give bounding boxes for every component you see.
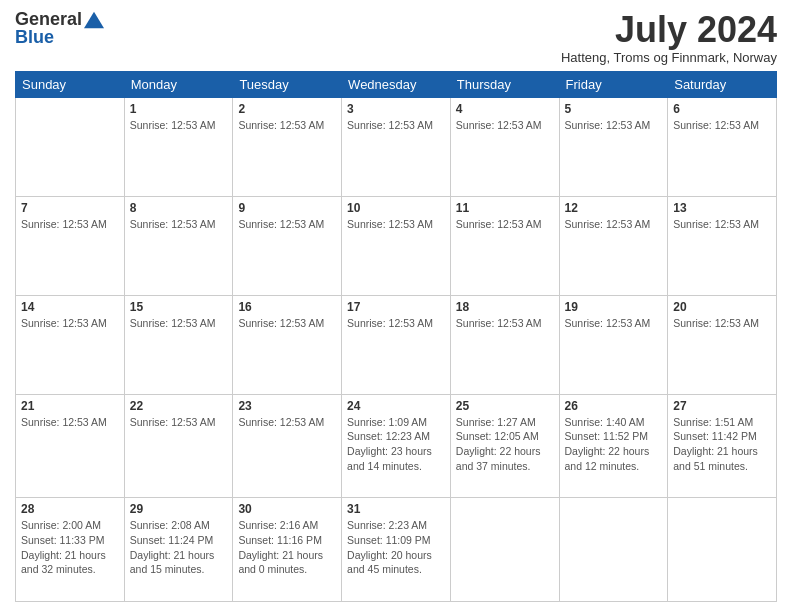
day-number: 30 [238, 502, 336, 516]
table-row: 26Sunrise: 1:40 AM Sunset: 11:52 PM Dayl… [559, 394, 668, 498]
day-number: 23 [238, 399, 336, 413]
day-number: 28 [21, 502, 119, 516]
day-info: Sunrise: 1:09 AM Sunset: 12:23 AM Daylig… [347, 415, 445, 474]
day-info: Sunrise: 12:53 AM [130, 415, 228, 430]
table-row [450, 498, 559, 602]
table-row: 20Sunrise: 12:53 AM [668, 295, 777, 394]
day-info: Sunrise: 12:53 AM [347, 118, 445, 133]
table-row: 24Sunrise: 1:09 AM Sunset: 12:23 AM Dayl… [342, 394, 451, 498]
table-row: 1Sunrise: 12:53 AM [124, 97, 233, 196]
table-row: 29Sunrise: 2:08 AM Sunset: 11:24 PM Dayl… [124, 498, 233, 602]
header-wednesday: Wednesday [342, 71, 451, 97]
title-block: July 2024 Hatteng, Troms og Finnmark, No… [561, 10, 777, 65]
day-number: 24 [347, 399, 445, 413]
day-number: 14 [21, 300, 119, 314]
header-friday: Friday [559, 71, 668, 97]
day-info: Sunrise: 12:53 AM [238, 217, 336, 232]
day-info: Sunrise: 12:53 AM [565, 316, 663, 331]
header-sunday: Sunday [16, 71, 125, 97]
day-info: Sunrise: 12:53 AM [238, 118, 336, 133]
day-number: 22 [130, 399, 228, 413]
table-row: 14Sunrise: 12:53 AM [16, 295, 125, 394]
table-row: 3Sunrise: 12:53 AM [342, 97, 451, 196]
day-info: Sunrise: 2:16 AM Sunset: 11:16 PM Daylig… [238, 518, 336, 577]
header-saturday: Saturday [668, 71, 777, 97]
page: General Blue July 2024 Hatteng, Troms og… [0, 0, 792, 612]
table-row: 22Sunrise: 12:53 AM [124, 394, 233, 498]
calendar-header-row: Sunday Monday Tuesday Wednesday Thursday… [16, 71, 777, 97]
logo-icon [84, 10, 104, 30]
day-info: Sunrise: 2:00 AM Sunset: 11:33 PM Daylig… [21, 518, 119, 577]
table-row: 4Sunrise: 12:53 AM [450, 97, 559, 196]
table-row [668, 498, 777, 602]
table-row: 21Sunrise: 12:53 AM [16, 394, 125, 498]
day-info: Sunrise: 12:53 AM [456, 316, 554, 331]
calendar-table: Sunday Monday Tuesday Wednesday Thursday… [15, 71, 777, 602]
day-info: Sunrise: 12:53 AM [347, 217, 445, 232]
table-row: 16Sunrise: 12:53 AM [233, 295, 342, 394]
day-info: Sunrise: 12:53 AM [565, 118, 663, 133]
day-number: 12 [565, 201, 663, 215]
location: Hatteng, Troms og Finnmark, Norway [561, 50, 777, 65]
day-number: 29 [130, 502, 228, 516]
day-number: 16 [238, 300, 336, 314]
day-number: 7 [21, 201, 119, 215]
day-number: 6 [673, 102, 771, 116]
day-info: Sunrise: 12:53 AM [238, 415, 336, 430]
day-info: Sunrise: 12:53 AM [347, 316, 445, 331]
day-info: Sunrise: 12:53 AM [673, 217, 771, 232]
table-row: 8Sunrise: 12:53 AM [124, 196, 233, 295]
day-info: Sunrise: 12:53 AM [130, 316, 228, 331]
day-info: Sunrise: 2:08 AM Sunset: 11:24 PM Daylig… [130, 518, 228, 577]
day-number: 27 [673, 399, 771, 413]
day-number: 26 [565, 399, 663, 413]
day-number: 19 [565, 300, 663, 314]
header-thursday: Thursday [450, 71, 559, 97]
table-row: 11Sunrise: 12:53 AM [450, 196, 559, 295]
day-info: Sunrise: 1:40 AM Sunset: 11:52 PM Daylig… [565, 415, 663, 474]
day-number: 13 [673, 201, 771, 215]
day-number: 1 [130, 102, 228, 116]
table-row: 2Sunrise: 12:53 AM [233, 97, 342, 196]
table-row: 6Sunrise: 12:53 AM [668, 97, 777, 196]
table-row: 17Sunrise: 12:53 AM [342, 295, 451, 394]
day-info: Sunrise: 12:53 AM [21, 415, 119, 430]
table-row: 18Sunrise: 12:53 AM [450, 295, 559, 394]
day-info: Sunrise: 1:27 AM Sunset: 12:05 AM Daylig… [456, 415, 554, 474]
calendar-week-row: 1Sunrise: 12:53 AM2Sunrise: 12:53 AM3Sun… [16, 97, 777, 196]
day-info: Sunrise: 12:53 AM [565, 217, 663, 232]
table-row: 9Sunrise: 12:53 AM [233, 196, 342, 295]
day-number: 9 [238, 201, 336, 215]
table-row: 25Sunrise: 1:27 AM Sunset: 12:05 AM Dayl… [450, 394, 559, 498]
calendar-week-row: 21Sunrise: 12:53 AM22Sunrise: 12:53 AM23… [16, 394, 777, 498]
day-info: Sunrise: 12:53 AM [456, 118, 554, 133]
header-tuesday: Tuesday [233, 71, 342, 97]
day-info: Sunrise: 1:51 AM Sunset: 11:42 PM Daylig… [673, 415, 771, 474]
day-info: Sunrise: 12:53 AM [673, 118, 771, 133]
day-info: Sunrise: 2:23 AM Sunset: 11:09 PM Daylig… [347, 518, 445, 577]
day-number: 20 [673, 300, 771, 314]
table-row: 23Sunrise: 12:53 AM [233, 394, 342, 498]
day-number: 17 [347, 300, 445, 314]
table-row: 19Sunrise: 12:53 AM [559, 295, 668, 394]
calendar-week-row: 7Sunrise: 12:53 AM8Sunrise: 12:53 AM9Sun… [16, 196, 777, 295]
table-row: 13Sunrise: 12:53 AM [668, 196, 777, 295]
logo: General Blue [15, 10, 104, 48]
day-info: Sunrise: 12:53 AM [673, 316, 771, 331]
day-number: 5 [565, 102, 663, 116]
table-row: 5Sunrise: 12:53 AM [559, 97, 668, 196]
table-row: 7Sunrise: 12:53 AM [16, 196, 125, 295]
table-row: 30Sunrise: 2:16 AM Sunset: 11:16 PM Dayl… [233, 498, 342, 602]
day-number: 4 [456, 102, 554, 116]
day-info: Sunrise: 12:53 AM [130, 118, 228, 133]
header-monday: Monday [124, 71, 233, 97]
day-info: Sunrise: 12:53 AM [21, 217, 119, 232]
table-row: 12Sunrise: 12:53 AM [559, 196, 668, 295]
day-info: Sunrise: 12:53 AM [21, 316, 119, 331]
day-number: 3 [347, 102, 445, 116]
header: General Blue July 2024 Hatteng, Troms og… [15, 10, 777, 65]
table-row: 28Sunrise: 2:00 AM Sunset: 11:33 PM Dayl… [16, 498, 125, 602]
day-number: 31 [347, 502, 445, 516]
day-number: 8 [130, 201, 228, 215]
logo-text-blue: Blue [15, 28, 54, 48]
